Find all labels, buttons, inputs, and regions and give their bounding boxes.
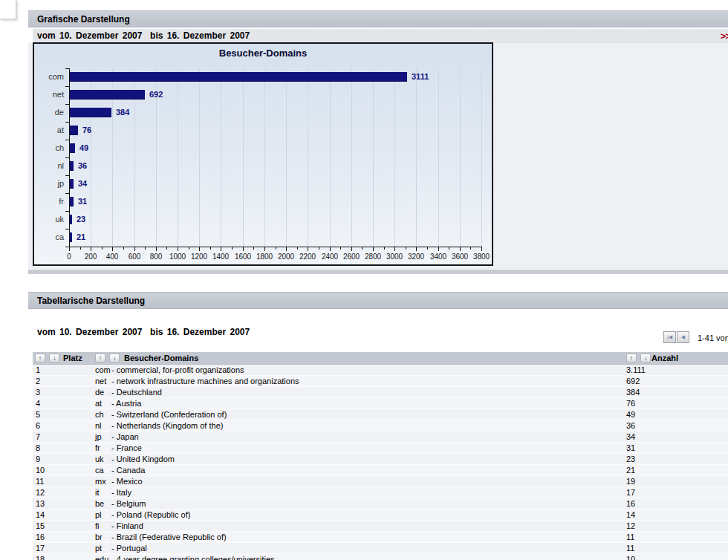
cell-platz: 11 xyxy=(36,476,44,486)
x-tick-minor xyxy=(427,247,428,250)
sort-down-icon[interactable]: ↓ xyxy=(109,354,120,362)
cell-domain-code: nl xyxy=(95,420,102,431)
category-label: net xyxy=(34,90,64,100)
bar-value-label: 21 xyxy=(77,232,85,242)
column-header-domain: Besucher-Domains xyxy=(124,352,198,365)
bar xyxy=(70,232,72,242)
x-tick-label: 3400 xyxy=(426,253,450,261)
cell-domain-code: mx xyxy=(95,476,106,486)
table-row: 6nl- Netherlands (Kingdom of the)36 xyxy=(33,420,728,432)
gridline xyxy=(199,68,200,247)
gridline xyxy=(243,68,244,247)
bar-value-label: 31 xyxy=(78,197,87,206)
cell-domain-desc: - 4-year degree granting colleges/univer… xyxy=(111,554,275,560)
x-tick-major xyxy=(373,247,374,251)
x-tick-label: 1200 xyxy=(187,253,211,261)
y-tick xyxy=(65,68,69,69)
cell-domain-code: it xyxy=(95,487,100,498)
x-tick-label: 3000 xyxy=(383,253,406,261)
cell-platz: 18 xyxy=(36,554,45,560)
cell-domain-code: fi xyxy=(95,521,100,531)
x-tick-minor xyxy=(297,247,298,250)
table-row: 8fr- France31 xyxy=(33,443,728,454)
cell-domain-code: pl xyxy=(95,509,102,520)
x-tick-major xyxy=(69,247,70,251)
cell-domain-code: br xyxy=(95,532,103,542)
cell-domain-desc: - Switzerland (Confederation of) xyxy=(111,409,227,420)
sort-down-icon[interactable]: ↓ xyxy=(640,354,651,362)
x-tick-label: 600 xyxy=(123,253,146,261)
x-tick-label: 3800 xyxy=(469,253,493,261)
pagination-prev-button[interactable]: ◀ xyxy=(677,331,689,343)
x-tick-major xyxy=(91,247,91,251)
cell-domain-desc: - France xyxy=(111,443,142,453)
cell-platz: 12 xyxy=(36,487,45,498)
x-tick-minor xyxy=(102,247,103,250)
category-label: fr xyxy=(34,197,64,206)
category-label: ca xyxy=(34,232,64,242)
cell-domain-desc: - Italy xyxy=(111,487,131,498)
table-period: vom 10. Dezember 2007 bis 16. Dezember 2… xyxy=(37,327,250,337)
cell-domain-desc: - Japan xyxy=(111,432,139,442)
x-tick-major xyxy=(308,247,308,251)
bar-value-label: 3111 xyxy=(412,72,429,82)
bar xyxy=(70,108,111,117)
cell-domain-desc: - Finland xyxy=(111,521,143,531)
y-tick xyxy=(65,229,69,229)
table-row: 5ch- Switzerland (Confederation of)49 xyxy=(33,409,728,420)
category-label: ch xyxy=(34,143,64,153)
bar xyxy=(70,161,74,171)
gridline xyxy=(373,68,374,247)
sort-up-icon[interactable]: ↑ xyxy=(35,354,45,362)
x-tick-minor xyxy=(384,247,385,250)
x-tick-minor xyxy=(232,247,233,250)
x-tick-minor xyxy=(145,247,146,250)
sort-down-icon[interactable]: ↓ xyxy=(49,354,59,362)
cell-platz: 14 xyxy=(36,509,45,520)
x-tick-minor xyxy=(123,247,124,250)
cell-domain-code: ca xyxy=(95,465,104,475)
x-tick-major xyxy=(112,247,113,251)
sort-up-icon[interactable]: ↑ xyxy=(626,354,637,362)
x-tick-minor xyxy=(449,247,449,250)
cell-domain-desc: - Mexico xyxy=(111,476,143,486)
table-row: 15fi- Finland12 xyxy=(33,521,728,532)
bar xyxy=(70,126,78,135)
cell-platz: 1 xyxy=(36,365,40,375)
more-link[interactable]: >> xyxy=(721,29,728,43)
category-label: uk xyxy=(34,215,64,224)
cell-domain-code: pt xyxy=(95,543,102,553)
x-tick-major xyxy=(199,247,200,251)
table-row: 12it- Italy17 xyxy=(33,487,728,498)
gridline xyxy=(308,68,308,247)
graph-section-title: Grafische Darstellung xyxy=(37,14,130,25)
gridline xyxy=(460,68,461,247)
cell-anzahl: 11 xyxy=(626,532,634,542)
x-tick-label: 2000 xyxy=(274,253,298,261)
cell-platz: 3 xyxy=(36,387,40,397)
cell-anzahl: 21 xyxy=(626,465,635,475)
table-row: 4at- Austria76 xyxy=(33,398,728,409)
category-label: nl xyxy=(34,161,64,171)
graph-period-bar: vom 10. Dezember 2007 bis 16. Dezember 2… xyxy=(33,29,728,43)
cell-platz: 17 xyxy=(36,543,45,553)
pagination-first-button[interactable]: |◀ xyxy=(663,331,676,343)
chart-title: Besucher-Domains xyxy=(34,48,492,59)
graph-period: vom 10. Dezember 2007 bis 16. Dezember 2… xyxy=(33,30,250,41)
x-tick-major xyxy=(264,247,265,251)
bar-value-label: 36 xyxy=(78,161,87,171)
x-tick-minor xyxy=(470,247,471,250)
x-tick-major xyxy=(481,247,482,251)
bar xyxy=(70,215,72,224)
cell-domain-code: net xyxy=(95,376,106,386)
cell-platz: 15 xyxy=(36,521,45,531)
bar xyxy=(70,197,74,206)
cell-domain-code: jp xyxy=(95,432,102,442)
gridline xyxy=(438,68,439,247)
cell-anzahl: 14 xyxy=(626,509,635,520)
y-tick xyxy=(65,211,69,212)
cell-domain-code: de xyxy=(95,387,104,397)
sort-up-icon[interactable]: ↑ xyxy=(95,354,105,362)
cell-domain-desc: - Belgium xyxy=(111,498,146,509)
cell-platz: 8 xyxy=(36,443,40,453)
